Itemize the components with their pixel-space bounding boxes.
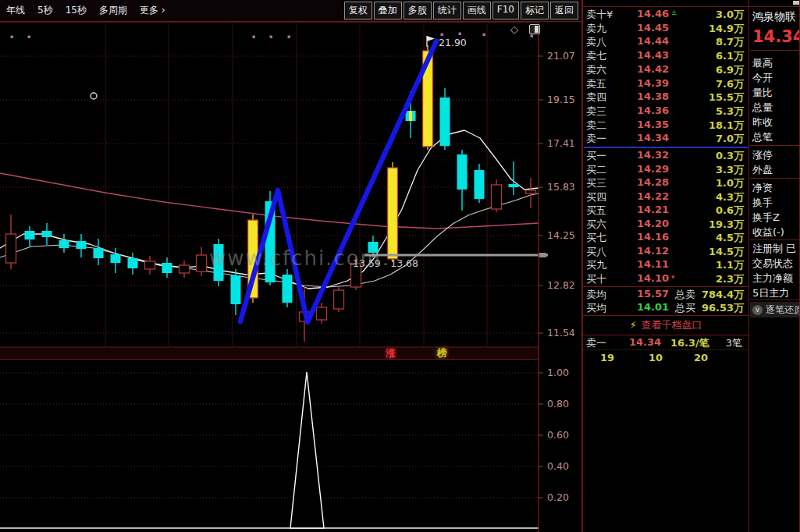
tick-replay-label: 逐笔还原: [766, 303, 800, 317]
sell-average-row: 卖均 15.57 总卖 784.4万: [583, 288, 748, 301]
row-label: 买二: [586, 163, 606, 177]
sell-row[interactable]: 卖九14.4514.9万: [583, 22, 748, 35]
per-trade-volume: 16.3/笔: [670, 336, 709, 350]
total-sell-value: 784.4万: [702, 288, 744, 302]
divider-tab-bang[interactable]: 榜: [436, 348, 449, 359]
scroll-thumb[interactable]: [793, 1, 799, 5]
toolbar-button-2[interactable]: 多股: [404, 2, 432, 20]
toolbar-button-6[interactable]: 标记: [521, 2, 549, 20]
buy-row[interactable]: 买九14.111.1万: [583, 258, 748, 271]
row-volume: 7.6万: [716, 77, 744, 91]
buy-row[interactable]: 买七14.164.5万: [583, 231, 748, 244]
divider: [750, 239, 800, 240]
row-price: 14.36: [628, 105, 669, 116]
toolbar-button-1[interactable]: 叠加: [374, 2, 402, 20]
row-label: 买三: [586, 176, 606, 190]
row-price: 14.28: [628, 176, 669, 188]
row-volume: 4.5万: [716, 231, 744, 245]
svg-text:14.25: 14.25: [547, 229, 575, 241]
toolbar-item-0[interactable]: 年线: [6, 4, 25, 17]
row-price: 14.42: [628, 63, 669, 75]
buy-row[interactable]: 买十14.10▾2.3万: [583, 272, 748, 286]
main-chart[interactable]: 13.59 - 13.6821.90www.cfchi.com21.0719.1…: [0, 22, 581, 532]
total-buy-label: 总买: [675, 301, 695, 315]
panel-divider: [748, 0, 749, 532]
svg-text:www.cfchi.com: www.cfchi.com: [209, 246, 382, 270]
buy-row[interactable]: 买八14.1214.5万: [583, 245, 748, 258]
buy-row[interactable]: 买三14.281.0万: [583, 176, 748, 190]
sell-row[interactable]: 卖二14.3518.1万: [583, 119, 748, 132]
order-book-panel: 卖十¥14.46±3.0万卖九14.4514.9万卖八14.448.7万卖七14…: [581, 0, 800, 532]
depth-view-button[interactable]: ⚡查看千档盘口: [583, 316, 748, 335]
row-volume: 15.5万: [709, 90, 744, 105]
sell-row[interactable]: 卖六14.426.9万: [583, 63, 748, 76]
row-price: 14.45: [628, 22, 669, 34]
total-sell-label: 总卖: [675, 288, 695, 302]
row-price: 14.46: [628, 8, 669, 20]
toolbar-item-2[interactable]: 15秒: [66, 4, 87, 17]
toolbar-item-1[interactable]: 5秒: [37, 4, 53, 17]
sell-avg-price: 15.57: [628, 288, 669, 300]
buy-row[interactable]: 买四14.224.3万: [583, 190, 748, 204]
buy-row[interactable]: 买一14.320.3万: [583, 149, 748, 162]
row-label: 买八: [586, 245, 606, 259]
buy-row[interactable]: 买六14.2019.3万: [583, 218, 748, 231]
info-field-label: 昨收: [752, 115, 773, 129]
svg-text:1.00: 1.00: [547, 367, 569, 378]
toolbar-button-3[interactable]: 统计: [433, 2, 461, 20]
toolbar: 年线5秒15秒多周期更多 › 复权叠加多股统计画线F10标记返回: [0, 0, 581, 22]
row-label: 买六: [586, 218, 606, 232]
sell-row[interactable]: 卖五14.397.6万: [583, 77, 748, 90]
panel-toggle-icon[interactable]: [529, 24, 540, 34]
row-label: 卖八: [586, 35, 606, 49]
row-label: 买四: [586, 190, 606, 204]
lightning-icon: ⚡: [629, 319, 636, 331]
info-field-label: 今开: [752, 71, 773, 85]
sell-row[interactable]: 卖一14.347.0万: [583, 132, 748, 145]
row-volume: 1.0万: [716, 176, 744, 190]
row-volume: 1.1万: [716, 258, 744, 272]
price-up-icon: ±: [671, 9, 677, 16]
depth-view-label: 查看千档盘口: [642, 319, 702, 331]
sell-row[interactable]: 卖十¥14.46±3.0万: [583, 8, 748, 21]
row-volume: 0.6万: [716, 204, 744, 218]
info-field-label: 注册制 已: [752, 242, 796, 256]
row-price: 14.16: [628, 231, 669, 243]
divider-tab-zhang[interactable]: 涨: [384, 348, 397, 359]
stock-info-column: 鸿泉物联 14.34 最高今开量比总量昨收总笔涨停外盘净资换手换手Z收益(-)注…: [750, 0, 800, 532]
row-volume: 3.3万: [716, 163, 744, 177]
buy-row[interactable]: 买二14.293.3万: [583, 163, 748, 176]
buy-row[interactable]: 买五14.210.6万: [583, 204, 748, 217]
row-label: 买五: [586, 204, 606, 218]
sell-row[interactable]: 卖七14.436.1万: [583, 49, 748, 62]
row-volume: 6.9万: [716, 63, 744, 77]
toolbar-button-4[interactable]: 画线: [463, 2, 491, 20]
toolbar-item-4[interactable]: 更多 ›: [140, 4, 165, 17]
row-label: 买七: [586, 231, 606, 245]
sell-row[interactable]: 卖三14.365.3万: [583, 105, 748, 118]
svg-text:19.15: 19.15: [547, 94, 575, 105]
divider: [750, 300, 800, 300]
tick-replay-toggle[interactable]: ∨ 逐笔还原: [750, 302, 800, 317]
info-field-label: 交易状态: [752, 257, 793, 271]
diamond-marker-icon[interactable]: ◇: [510, 23, 518, 35]
toolbar-button-0[interactable]: 复权: [344, 2, 372, 20]
toolbar-item-3[interactable]: 多周期: [99, 4, 127, 17]
svg-text:0.60: 0.60: [547, 429, 569, 441]
row-label: 卖五: [586, 77, 606, 91]
row-volume: 2.3万: [716, 272, 744, 286]
row-price: 14.35: [628, 119, 669, 130]
total-buy-value: 96.53万: [702, 301, 744, 315]
row-price: 14.21: [628, 204, 669, 215]
candlestick-chart-canvas[interactable]: 13.59 - 13.6821.90www.cfchi.com21.0719.1…: [0, 22, 581, 532]
sell-row[interactable]: 卖八14.448.7万: [583, 35, 748, 48]
trade-count: 3笔: [726, 336, 742, 350]
sell-avg-label: 卖均: [586, 288, 606, 302]
info-field-label: 涨停: [752, 148, 773, 162]
toolbar-button-7[interactable]: 返回: [550, 2, 578, 20]
sell-row[interactable]: 卖四14.3815.5万: [583, 90, 748, 104]
toolbar-button-5[interactable]: F10: [492, 2, 519, 20]
last-trade-row: 卖一 14.34 16.3/笔 3笔: [583, 336, 748, 350]
row-label: 卖七: [586, 49, 606, 63]
row-label: 卖六: [586, 63, 606, 77]
